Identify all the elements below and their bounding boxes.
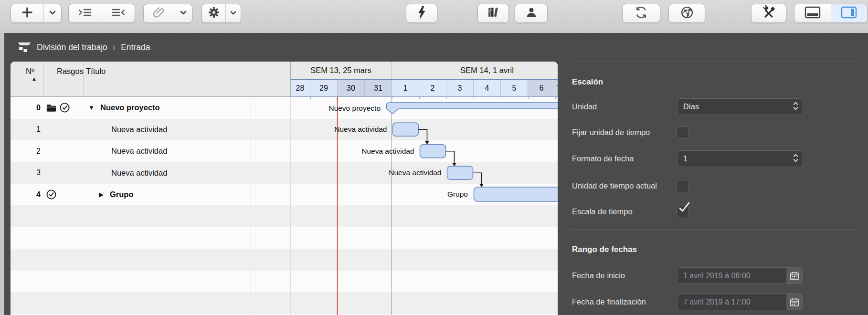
inspector-row-label: Fecha de finalización — [572, 297, 646, 307]
timeline-week-header: SEM 14, 1 avril — [392, 62, 558, 79]
books-icon — [487, 6, 500, 21]
publish-button[interactable] — [668, 4, 705, 23]
calendar-icon[interactable] — [786, 294, 803, 310]
gantt-bar-label: Grupo — [447, 189, 468, 200]
chevron-down-icon — [180, 9, 187, 18]
resources-button[interactable] — [515, 4, 548, 23]
calendar-icon[interactable] — [786, 268, 803, 284]
inspector-date-field[interactable]: 7 avril 2019 à 17:00 — [677, 294, 803, 310]
person-icon — [525, 6, 538, 21]
day-label: 5 — [512, 84, 517, 93]
outdent-button[interactable] — [102, 4, 135, 22]
timeline-day-header: 29 — [310, 80, 338, 96]
inspector-select-2[interactable]: 1 — [677, 150, 803, 167]
day-label: 6 — [540, 84, 544, 93]
attach-menu-button[interactable] — [175, 4, 192, 22]
inspector-top-divider — [570, 62, 857, 62]
column-header-traits[interactable]: Rasgos — [57, 67, 84, 76]
select-value: 1 — [677, 155, 688, 163]
breadcrumb-item-page[interactable]: Entrada — [121, 42, 150, 52]
inspector-section-divider — [570, 229, 857, 230]
gantt-bar-group[interactable] — [474, 187, 558, 201]
indent-button[interactable] — [69, 4, 102, 22]
attach-button-group — [143, 4, 192, 23]
dependency-connector — [446, 151, 455, 164]
timeline-day-header: 5 — [501, 80, 528, 96]
timeline-day-header: 30 — [338, 80, 365, 96]
window-edge — [0, 33, 4, 315]
column-divider[interactable] — [43, 62, 43, 97]
timeline-day-row: 282930311234567 — [290, 79, 558, 97]
crossed-tools-icon — [762, 5, 776, 21]
add-button[interactable] — [11, 4, 43, 22]
date-value: 1 avril 2019 à 08:00 — [677, 272, 751, 280]
actions-button[interactable] — [202, 4, 225, 22]
inspector-row-label: Formato de fecha — [572, 154, 634, 164]
gantt-bar-label: Nueva actividad — [361, 146, 414, 157]
date-value: 7 avril 2019 à 17:00 — [677, 298, 751, 306]
view-bottom-pane-button[interactable] — [794, 4, 831, 22]
dependency-connector — [473, 173, 482, 184]
inspector-date-field[interactable]: 1 avril 2019 à 08:00 — [677, 267, 803, 284]
gantt-bar-label: Nuevo proyecto — [328, 103, 381, 114]
outdent-icon — [111, 7, 126, 20]
gantt-bar-task[interactable] — [420, 145, 446, 158]
library-button[interactable] — [477, 4, 509, 23]
dependency-arrow — [479, 184, 484, 187]
pane-toggle-group — [794, 4, 868, 23]
timeline-week-header: SEM 13, 25 mars — [290, 62, 392, 79]
inspector-row-label: Fecha de inicio — [572, 271, 625, 281]
sort-ascending-icon: ▲ — [32, 76, 37, 82]
indent-button-group — [68, 4, 135, 23]
chevron-down-icon — [49, 9, 56, 18]
gantt-bar-task[interactable] — [393, 123, 419, 136]
inspector-checkbox[interactable] — [677, 126, 689, 139]
column-header-title[interactable]: Título — [86, 67, 106, 76]
customize-button[interactable] — [751, 4, 786, 23]
timeline-start-divider — [290, 62, 291, 97]
breadcrumb: División del trabajo › Entrada — [17, 33, 150, 62]
attach-button[interactable] — [144, 4, 175, 22]
actions-menu-button[interactable] — [225, 4, 241, 22]
outline-gantt-divider[interactable] — [251, 62, 251, 315]
timescale-inspector: EscalónUnidadDíasFijar unidad de tiempoF… — [558, 62, 868, 315]
timeline-day-header: 28 — [290, 80, 310, 96]
wbs-icon — [17, 42, 32, 53]
add-menu-button[interactable] — [43, 4, 61, 22]
paperclip-icon — [153, 6, 165, 21]
day-label: 31 — [374, 84, 382, 93]
bottom-pane-icon — [804, 6, 821, 21]
day-label: 1 — [403, 84, 408, 93]
dependency-arrow — [452, 163, 456, 166]
column-header-num[interactable]: Nº — [26, 67, 34, 76]
timeline-day-header: 3 — [446, 80, 474, 96]
stepper-icon[interactable] — [793, 153, 799, 165]
gear-icon — [207, 6, 221, 21]
catch-up-button[interactable] — [406, 4, 437, 23]
gantt-bar-summary[interactable] — [386, 103, 558, 114]
network-globe-icon — [680, 6, 694, 21]
sync-arrows-icon — [635, 6, 648, 21]
breadcrumb-item-section[interactable]: División del trabajo — [37, 42, 107, 52]
gantt-chart-layer — [11, 97, 558, 315]
inspector-select-0[interactable]: Días — [677, 98, 803, 115]
gantt-bar-task[interactable] — [447, 166, 473, 179]
week-label: SEM 14, 1 avril — [460, 66, 514, 75]
column-divider[interactable] — [84, 62, 84, 97]
day-label: 29 — [319, 84, 328, 93]
select-value: Días — [677, 103, 699, 111]
view-right-pane-button[interactable] — [831, 4, 868, 22]
timeline-day-header: 2 — [419, 80, 446, 96]
inspector-checkbox[interactable] — [677, 180, 689, 192]
day-label: 30 — [347, 84, 355, 93]
timeline-day-header: 31 — [365, 80, 392, 96]
add-button-group — [11, 4, 62, 23]
timeline-day-header: 6 — [528, 80, 555, 96]
sync-button[interactable] — [622, 4, 660, 23]
inspector-row-label: Escala de tiempo — [572, 207, 633, 217]
timeline-day-header: 1 — [392, 80, 419, 96]
stepper-icon[interactable] — [793, 101, 799, 113]
dependency-connector — [419, 129, 427, 142]
inspector-checkbox[interactable] — [677, 206, 689, 218]
gantt-bar-label: Nueva actividad — [334, 124, 387, 135]
